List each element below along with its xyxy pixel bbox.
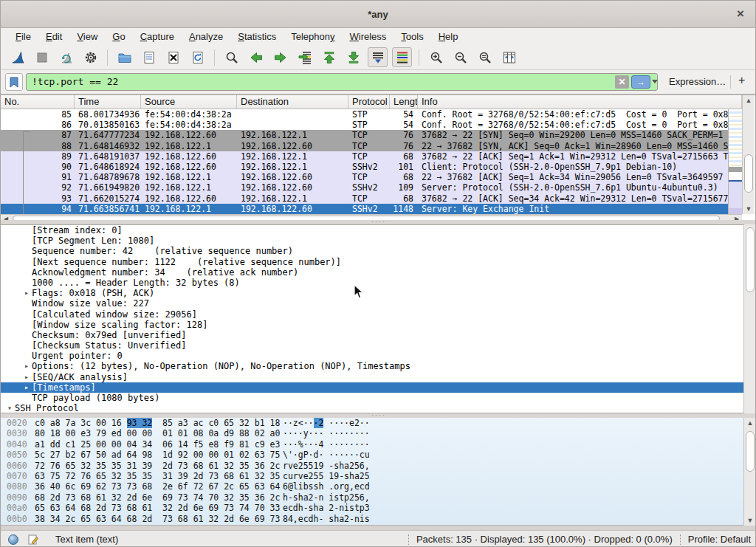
capture-options-button[interactable] bbox=[80, 47, 100, 67]
detail-line[interactable]: Urgent pointer: 0 bbox=[1, 351, 756, 361]
save-file-button[interactable] bbox=[139, 47, 159, 67]
scroll-down-arrow[interactable]: ▼ bbox=[744, 515, 756, 526]
open-file-button[interactable] bbox=[114, 47, 134, 67]
scroll-thumb[interactable] bbox=[746, 227, 755, 292]
go-forward-button[interactable] bbox=[270, 47, 290, 67]
zoom-out-button[interactable] bbox=[450, 47, 470, 67]
expander-closed-icon[interactable]: ▸ bbox=[21, 372, 32, 382]
hex-row-00b0[interactable]: 00b038 34 2c 65 63 64 68 2d 73 68 61 32 … bbox=[1, 514, 756, 524]
intelligent-scrollbar-minimap[interactable] bbox=[728, 109, 742, 214]
go-last-button[interactable] bbox=[343, 47, 363, 67]
filter-apply-button[interactable]: → bbox=[631, 75, 650, 89]
packet-row-86[interactable]: 8670.013850163fe:54:00:d4:38:2aSTP54Conf… bbox=[1, 120, 728, 130]
detail-line[interactable]: Checksum: 0x79ed [unverified] bbox=[1, 330, 756, 340]
close-window-button[interactable]: × bbox=[733, 7, 748, 21]
column-header-protocol[interactable]: Protocol bbox=[348, 95, 390, 109]
expander-open-icon[interactable]: ▾ bbox=[4, 403, 15, 413]
packet-row-85[interactable]: 8568.001734936fe:54:00:d4:38:2aSTP54Conf… bbox=[1, 109, 728, 120]
hex-row-00a0[interactable]: 00a065 63 64 68 2d 73 68 61 32 2d 6e 69 … bbox=[1, 503, 756, 513]
menu-tools[interactable]: Tools bbox=[394, 30, 430, 44]
detail-line[interactable]: [Stream index: 0] bbox=[1, 225, 756, 235]
status-profile[interactable]: Profile: Default bbox=[688, 534, 751, 545]
packet-row-87[interactable]: 8771.647777234192.168.122.60192.168.122.… bbox=[1, 130, 728, 140]
menu-analyze[interactable]: Analyze bbox=[182, 30, 230, 44]
hex-row-0040[interactable]: 0040a1 dd c1 25 00 00 04 34 06 14 f5 e8 … bbox=[1, 439, 756, 450]
scroll-thumb[interactable] bbox=[746, 431, 755, 472]
resize-columns-button[interactable] bbox=[499, 47, 519, 67]
menu-view[interactable]: View bbox=[69, 30, 105, 44]
packet-row-88[interactable]: 8871.648146932192.168.122.1192.168.122.6… bbox=[1, 141, 728, 151]
expert-info-icon[interactable] bbox=[8, 534, 18, 545]
packet-row-93[interactable]: 9371.662015274192.168.122.60192.168.122.… bbox=[1, 193, 728, 204]
packet-row-91[interactable]: 9171.648789678192.168.122.1192.168.122.6… bbox=[1, 172, 728, 182]
detail-line[interactable]: Acknowledgment number: 34 (relative ack … bbox=[1, 267, 756, 278]
filter-dropdown-caret[interactable] bbox=[652, 80, 658, 83]
scroll-up-arrow[interactable]: ▲ bbox=[743, 95, 755, 106]
detail-line[interactable]: ▸[Timestamps] bbox=[1, 382, 756, 393]
menu-file[interactable]: File bbox=[8, 30, 38, 44]
display-filter-input[interactable]: !tcp.port == 22 bbox=[26, 73, 658, 91]
bytes-vscrollbar[interactable]: ▲ ▼ bbox=[743, 418, 756, 526]
detail-line[interactable]: [Next sequence number: 1122 (relative se… bbox=[1, 257, 756, 267]
menu-help[interactable]: Help bbox=[431, 30, 466, 44]
reload-file-button[interactable] bbox=[188, 47, 207, 67]
detail-line[interactable]: ▸[SEQ/ACK analysis] bbox=[1, 372, 756, 382]
start-capture-button[interactable] bbox=[7, 47, 27, 67]
go-back-button[interactable] bbox=[246, 47, 266, 67]
restart-capture-button[interactable] bbox=[56, 47, 76, 67]
column-header-source[interactable]: Source bbox=[141, 95, 237, 109]
zoom-in-button[interactable] bbox=[426, 47, 446, 67]
column-header-info[interactable]: Info bbox=[418, 95, 742, 109]
column-header-destination[interactable]: Destination bbox=[237, 95, 348, 109]
detail-line[interactable]: [Calculated window size: 29056] bbox=[1, 309, 756, 320]
menu-edit[interactable]: Edit bbox=[38, 30, 69, 44]
hex-row-0030[interactable]: 003080 18 00 e3 79 ed 00 00 01 01 08 0a … bbox=[1, 428, 756, 438]
detail-line[interactable]: Sequence number: 42 (relative sequence n… bbox=[1, 246, 756, 256]
detail-line[interactable]: TCP payload (1080 bytes) bbox=[1, 393, 756, 403]
packet-row-92[interactable]: 9271.661949820192.168.122.1192.168.122.6… bbox=[1, 182, 728, 193]
add-filter-button[interactable]: + bbox=[738, 74, 745, 87]
close-file-button[interactable] bbox=[163, 47, 183, 67]
expander-closed-icon[interactable]: ▸ bbox=[21, 361, 32, 371]
hex-row-0090[interactable]: 009068 2d 73 68 61 32 2d 6e 69 73 74 70 … bbox=[1, 492, 756, 503]
detail-line[interactable]: ▸Flags: 0x018 (PSH, ACK) bbox=[1, 288, 756, 298]
detail-line[interactable]: Window size value: 227 bbox=[1, 298, 756, 309]
menu-statistics[interactable]: Statistics bbox=[230, 30, 284, 44]
menu-capture[interactable]: Capture bbox=[133, 30, 182, 44]
expander-closed-icon[interactable]: ▸ bbox=[21, 288, 32, 298]
title-bar[interactable]: *any × bbox=[1, 1, 755, 28]
packet-row-90[interactable]: 9071.648618924192.168.122.60192.168.122.… bbox=[1, 162, 728, 172]
capture-comment-icon[interactable] bbox=[27, 534, 39, 546]
detail-line[interactable]: [Checksum Status: Unverified] bbox=[1, 340, 756, 351]
hex-row-0060[interactable]: 006072 76 65 32 35 35 31 39 2d 73 68 61 … bbox=[1, 461, 756, 471]
go-to-packet-button[interactable] bbox=[295, 47, 315, 67]
filter-bookmark-button[interactable] bbox=[5, 73, 23, 91]
hex-row-0080[interactable]: 008036 40 6c 69 62 73 73 68 2e 6f 72 67 … bbox=[1, 481, 756, 492]
menu-telephony[interactable]: Telephony bbox=[284, 30, 342, 44]
find-packet-button[interactable] bbox=[221, 47, 241, 67]
detail-line[interactable]: 1000 .... = Header Length: 32 bytes (8) bbox=[1, 278, 756, 288]
go-first-button[interactable] bbox=[319, 47, 339, 67]
detail-line[interactable]: [Window size scaling factor: 128] bbox=[1, 320, 756, 330]
stop-capture-button[interactable] bbox=[32, 47, 52, 67]
auto-scroll-button[interactable] bbox=[368, 47, 388, 67]
expression-button[interactable]: Expression… bbox=[669, 76, 726, 87]
zoom-reset-button[interactable] bbox=[475, 47, 495, 67]
scroll-thumb[interactable] bbox=[744, 154, 753, 193]
column-header-no[interactable]: No. bbox=[1, 95, 75, 109]
packet-list-header[interactable]: No.TimeSourceDestinationProtocolLengthIn… bbox=[1, 95, 742, 109]
colorize-button[interactable] bbox=[392, 47, 412, 67]
hex-row-0070[interactable]: 007063 75 72 76 65 32 35 35 31 39 2d 73 … bbox=[1, 471, 756, 481]
packet-row-94[interactable]: 9471.663856741192.168.122.1192.168.122.6… bbox=[1, 204, 728, 214]
column-header-length[interactable]: Length bbox=[390, 95, 418, 109]
filter-clear-button[interactable]: ✕ bbox=[615, 75, 629, 89]
menu-go[interactable]: Go bbox=[105, 30, 132, 44]
detail-line[interactable]: ▸Options: (12 bytes), No-Operation (NOP)… bbox=[1, 361, 756, 371]
menu-wireless[interactable]: Wireless bbox=[343, 30, 394, 44]
packet-list-vscrollbar[interactable]: ▲ ▼ bbox=[742, 95, 755, 214]
hex-row-0050[interactable]: 00505c 27 b2 67 50 ad 64 98 1d 92 00 00 … bbox=[1, 450, 756, 460]
packet-row-89[interactable]: 8971.648191037192.168.122.60192.168.122.… bbox=[1, 151, 728, 162]
details-vscrollbar[interactable] bbox=[743, 224, 756, 413]
expander-closed-icon[interactable]: ▸ bbox=[21, 382, 32, 393]
scroll-down-arrow[interactable]: ▼ bbox=[743, 204, 755, 214]
